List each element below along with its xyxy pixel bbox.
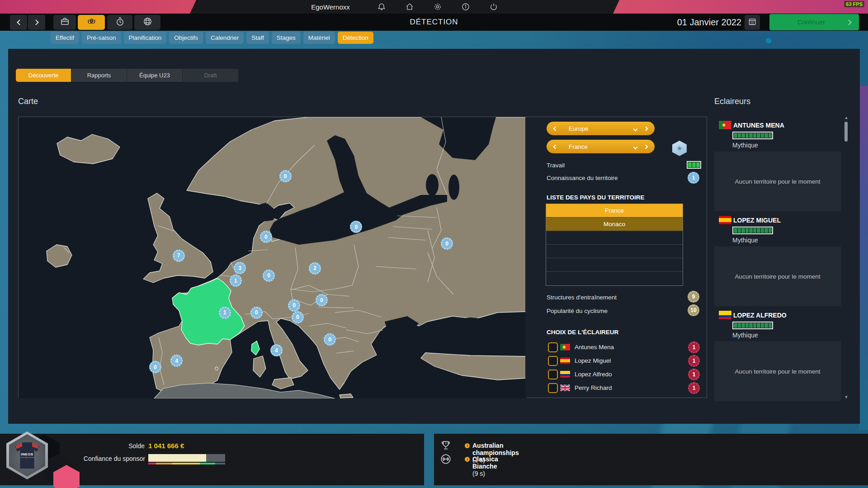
tab-calendrier[interactable]: Calendrier bbox=[206, 32, 244, 44]
country-list-empty-row bbox=[546, 272, 683, 285]
country-list-item-france[interactable]: France bbox=[546, 204, 683, 218]
scout-checkbox[interactable] bbox=[548, 342, 558, 352]
tab-objectifs[interactable]: Objectifs bbox=[169, 32, 203, 44]
scout-checkbox[interactable] bbox=[548, 383, 558, 393]
tab-detection[interactable]: Détection bbox=[338, 32, 373, 44]
knowledge-label: Connaissance du territoire bbox=[547, 175, 618, 181]
main-tabs: Effectif Pré-saison Planification Object… bbox=[51, 32, 373, 44]
scout-territory-box: Aucun territoire pour le moment bbox=[714, 246, 841, 306]
medallion-inner: INEOS GRENADIERS bbox=[9, 434, 45, 477]
map-marker-united-kingdom[interactable]: 7 bbox=[173, 250, 185, 262]
chevron-right-icon[interactable] bbox=[644, 144, 648, 149]
home-icon[interactable] bbox=[405, 2, 414, 11]
scout-entry[interactable]: LOPEZ ALFREDO Mythique Aucun territoire … bbox=[714, 310, 849, 401]
dumbbell-icon bbox=[440, 453, 452, 465]
map-marker-portugal[interactable]: 0 bbox=[149, 361, 161, 373]
scout-level-label: Mythique bbox=[732, 332, 758, 339]
event-label: Classica Bianche (9 s) bbox=[472, 455, 498, 477]
country-selector[interactable]: France bbox=[547, 140, 655, 153]
portugal-flag bbox=[719, 121, 731, 129]
power-icon[interactable] bbox=[489, 2, 498, 11]
scout-checkbox[interactable] bbox=[548, 356, 558, 366]
subtab-draft[interactable]: Draft bbox=[183, 69, 238, 82]
tab-effectif[interactable]: Effectif bbox=[51, 32, 79, 44]
bell-icon[interactable] bbox=[377, 2, 386, 11]
map-marker-spain[interactable]: 4 bbox=[170, 355, 183, 367]
scout-cost-badge: 1 bbox=[688, 369, 700, 380]
map-marker-poland[interactable]: 2 bbox=[309, 262, 321, 275]
map-marker-denmark[interactable]: 0 bbox=[260, 231, 272, 243]
map-marker-slovenia[interactable]: 0 bbox=[292, 311, 304, 323]
app-title: EgoWernoxx bbox=[311, 3, 350, 11]
gear-icon[interactable] bbox=[433, 2, 442, 11]
scrollbar[interactable]: ▲ ▼ bbox=[844, 115, 849, 410]
tab-planification[interactable]: Planification bbox=[124, 32, 167, 44]
map-marker-russia[interactable]: 0 bbox=[441, 237, 453, 250]
scroll-down-icon[interactable]: ▼ bbox=[844, 395, 849, 399]
calendar-button[interactable] bbox=[745, 15, 760, 30]
scout-name[interactable]: Lopez Alfredo bbox=[575, 371, 612, 378]
scout-entry[interactable]: ANTUNES MENA Mythique Aucun territoire p… bbox=[714, 120, 849, 211]
map-marker-germany[interactable]: 0 bbox=[263, 270, 275, 282]
scrollbar-thumb[interactable] bbox=[844, 122, 848, 142]
chevron-down-icon[interactable] bbox=[633, 145, 638, 149]
info-icon[interactable] bbox=[461, 2, 470, 11]
scout-name[interactable]: Antunes Mena bbox=[575, 344, 614, 351]
team-jersey: INEOS GRENADIERS bbox=[15, 442, 39, 469]
sponsor-confidence-label: Confiance du sponsor bbox=[84, 455, 145, 462]
current-date: 01 Janvier 2022 bbox=[677, 17, 741, 28]
scroll-up-icon[interactable]: ▲ bbox=[844, 115, 849, 120]
colombia-flag bbox=[560, 371, 570, 378]
country-value: France bbox=[557, 143, 634, 150]
continent-value: Europe bbox=[557, 125, 634, 132]
fps-counter: 63 FPS bbox=[844, 1, 864, 7]
map-marker-switzerland[interactable]: 0 bbox=[250, 307, 263, 319]
chevron-right-icon bbox=[846, 19, 852, 25]
map-marker-slovakia[interactable]: 0 bbox=[316, 294, 328, 306]
map-marker-norway[interactable]: 0 bbox=[279, 170, 292, 182]
scout-hex-icon[interactable]: ★ bbox=[672, 141, 687, 156]
uk-flag bbox=[560, 384, 570, 391]
map-marker-latvia[interactable]: 0 bbox=[350, 221, 362, 233]
svg-text:1: 1 bbox=[445, 441, 447, 445]
chevron-down-icon[interactable] bbox=[633, 127, 638, 131]
subtab-rapports[interactable]: Rapports bbox=[71, 69, 127, 82]
continent-selector[interactable]: Europe bbox=[547, 122, 655, 135]
map-marker-italy[interactable]: 4 bbox=[270, 344, 283, 356]
tab-staff[interactable]: Staff bbox=[246, 32, 269, 44]
country-list-empty-row bbox=[546, 245, 683, 258]
country-list-empty-row bbox=[546, 258, 683, 272]
country-list-item-monaco[interactable]: Monaco bbox=[546, 218, 683, 231]
map-marker-netherlands[interactable]: 3 bbox=[234, 262, 246, 274]
scout-level-label: Mythique bbox=[732, 142, 758, 149]
scout-checkbox[interactable] bbox=[548, 370, 558, 379]
footer-events-panel: 1 i Australian championships (1 s) i Cla… bbox=[434, 434, 868, 485]
subtab-decouverte[interactable]: Découverte bbox=[16, 69, 71, 82]
chevron-right-icon[interactable] bbox=[644, 126, 648, 131]
background-right-gradient bbox=[859, 86, 868, 430]
jersey-name: INEOS bbox=[21, 452, 33, 456]
scout-entry[interactable]: LOPEZ MIGUEL Mythique Aucun territoire p… bbox=[714, 215, 849, 306]
continue-button[interactable]: Continuer bbox=[769, 14, 859, 30]
sub-tabs: Découverte Rapports Équipe U23 Draft bbox=[16, 69, 239, 82]
trophy-icon: 1 bbox=[440, 440, 452, 451]
tab-pre-saison[interactable]: Pré-saison bbox=[82, 32, 121, 44]
popularity-label: Popularité du cyclisme bbox=[547, 308, 608, 314]
scout-name[interactable]: Lopez Miguel bbox=[575, 357, 611, 364]
map-marker-france[interactable]: 1 bbox=[219, 307, 231, 319]
scout-entry-name: ANTUNES MENA bbox=[733, 122, 784, 129]
colombia-flag bbox=[719, 311, 731, 319]
scout-level-bar bbox=[732, 322, 773, 329]
map-marker-belgium[interactable]: 1 bbox=[230, 275, 242, 287]
tab-materiel[interactable]: Matériel bbox=[303, 32, 335, 44]
portugal-flag bbox=[560, 344, 570, 351]
map-marker-austria[interactable]: 0 bbox=[288, 299, 300, 312]
sponsor-confidence-bar bbox=[148, 454, 225, 462]
scout-name[interactable]: Perry Richard bbox=[575, 384, 612, 391]
country-list-empty-row bbox=[546, 231, 683, 245]
subtab-equipe-u23[interactable]: Équipe U23 bbox=[127, 69, 183, 82]
info-dot-icon: i bbox=[465, 457, 470, 462]
tab-stages[interactable]: Stages bbox=[272, 32, 301, 44]
map-marker-serbia[interactable]: 0 bbox=[324, 333, 336, 346]
scout-choice-row: Antunes Mena 1 bbox=[525, 342, 707, 354]
